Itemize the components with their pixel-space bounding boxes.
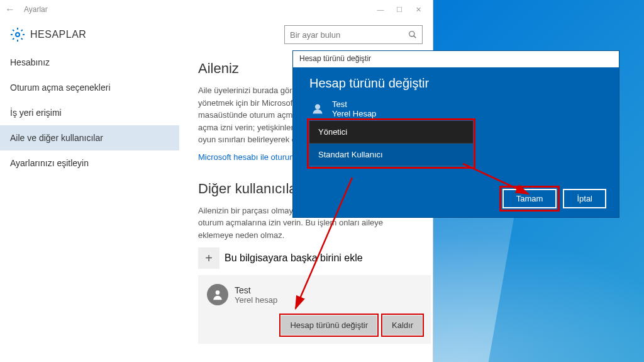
avatar-icon bbox=[207, 284, 228, 305]
dialog-heading: Hesap türünü değiştir bbox=[309, 76, 602, 91]
sidebar-item-work[interactable]: İş yeri erişimi bbox=[0, 100, 179, 125]
window-titlebar: ← Ayarlar — ☐ ✕ bbox=[0, 0, 433, 19]
sidebar-item-account[interactable]: Hesabınız bbox=[0, 50, 179, 75]
user-block[interactable]: Test Yerel hesap Hesap türünü değiştir K… bbox=[198, 275, 431, 344]
account-type-dropdown[interactable]: Yönetici Standart Kullanıcı bbox=[309, 121, 473, 166]
maximize-button[interactable]: ☐ bbox=[390, 0, 409, 19]
close-button[interactable]: ✕ bbox=[409, 0, 428, 19]
search-input[interactable] bbox=[290, 30, 408, 40]
dialog-avatar-icon bbox=[309, 101, 326, 117]
ok-button[interactable]: Tamam bbox=[502, 189, 557, 208]
user-type: Yerel hesap bbox=[235, 295, 277, 305]
sidebar-item-signin[interactable]: Oturum açma seçenekleri bbox=[0, 75, 179, 100]
dialog-user-name: Test bbox=[332, 99, 376, 109]
dialog-user-type: Yerel Hesap bbox=[332, 109, 376, 118]
sidebar-item-sync[interactable]: Ayarlarınızı eşitleyin bbox=[0, 150, 179, 176]
svg-point-1 bbox=[409, 31, 414, 37]
svg-line-2 bbox=[414, 36, 416, 38]
dialog-user-row: Test Yerel Hesap bbox=[309, 99, 602, 118]
gear-icon bbox=[10, 27, 25, 42]
header-row: HESAPLAR bbox=[0, 19, 433, 49]
add-user-row[interactable]: + Bu bilgisayara başka birini ekle bbox=[198, 247, 433, 269]
add-user-label: Bu bilgisayara başka birini ekle bbox=[225, 252, 363, 264]
svg-point-3 bbox=[216, 290, 220, 295]
sidebar-item-family[interactable]: Aile ve diğer kullanıcılar bbox=[0, 125, 179, 150]
remove-user-button[interactable]: Kaldır bbox=[383, 315, 422, 335]
dropdown-option-admin[interactable]: Yönetici bbox=[309, 121, 473, 144]
search-icon bbox=[408, 30, 417, 39]
plus-icon: + bbox=[198, 247, 219, 269]
back-button[interactable]: ← bbox=[5, 4, 18, 15]
dialog-titlebar: Hesap türünü değiştir bbox=[293, 51, 619, 67]
sidebar: Hesabınız Oturum açma seçenekleri İş yer… bbox=[0, 49, 179, 362]
user-name: Test bbox=[235, 285, 277, 295]
search-box[interactable] bbox=[284, 25, 423, 44]
change-account-type-button[interactable]: Hesap türünü değiştir bbox=[281, 315, 377, 335]
cancel-button[interactable]: İptal bbox=[563, 189, 606, 208]
window-title: Ayarlar bbox=[24, 5, 48, 14]
dropdown-option-standard[interactable]: Standart Kullanıcı bbox=[309, 144, 473, 166]
change-account-type-dialog: Hesap türünü değiştir Hesap türünü değiş… bbox=[292, 50, 619, 218]
svg-point-4 bbox=[316, 105, 320, 109]
minimize-button[interactable]: — bbox=[371, 0, 390, 19]
page-title: HESAPLAR bbox=[30, 29, 86, 40]
svg-point-0 bbox=[16, 33, 19, 37]
